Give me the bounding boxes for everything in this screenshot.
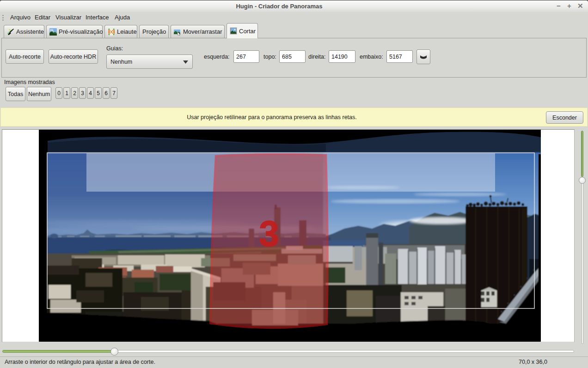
svg-text:3: 3 xyxy=(259,214,279,253)
svg-text:GL: GL xyxy=(50,29,54,32)
